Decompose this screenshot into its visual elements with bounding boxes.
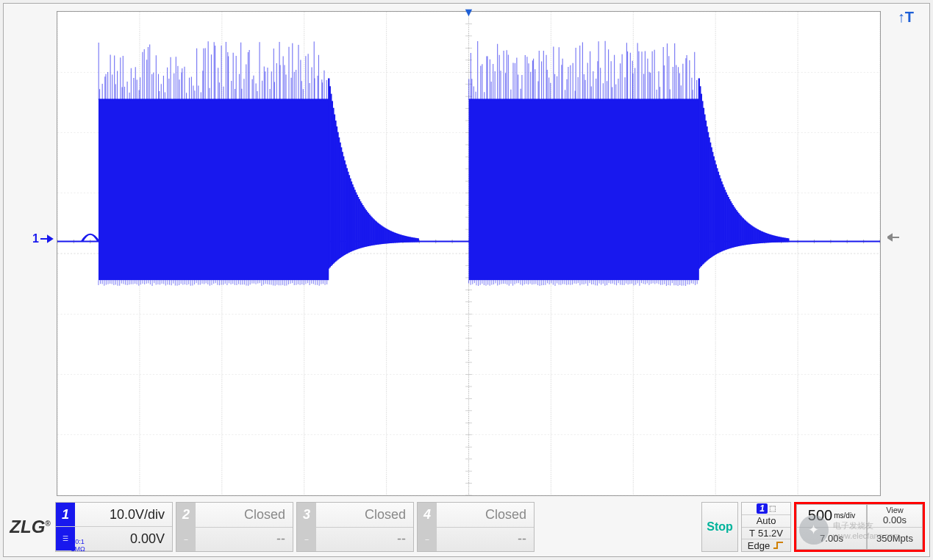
channel-1-panel[interactable]: 1 10.0V/div ☰ 0.00V 10:11MΩ <box>55 502 173 552</box>
channel-marker-label: 1 <box>32 232 39 245</box>
sample-depth[interactable]: 350Mpts <box>868 528 922 550</box>
timebase-panel[interactable]: 500 ms/div 7.00s <box>796 504 867 550</box>
trigger-source-badge: 1 <box>757 503 768 514</box>
trigger-position-marker[interactable]: ▼ <box>463 6 475 19</box>
svg-rect-113 <box>99 98 329 280</box>
logo-text: ZLG <box>10 517 45 536</box>
trigger-type[interactable]: Edge <box>742 539 790 551</box>
channel-2-state: Closed <box>196 507 293 523</box>
channel-1-ground-marker[interactable]: 1 <box>32 232 54 245</box>
trigger-offscreen-indicator: ↑T <box>898 9 914 26</box>
run-stop-button[interactable]: Stop <box>701 502 738 552</box>
channel-1-probe-impedance: 10:11MΩ <box>56 538 100 553</box>
trigger-level-marker[interactable] <box>887 232 899 245</box>
channel-3-panel[interactable]: 3 Closed – -- <box>296 502 414 552</box>
trigger-info-panel[interactable]: 1 ⬚ Auto T 51.2V Edge <box>741 502 791 552</box>
trigger-mode-row[interactable]: 1 ⬚ <box>742 503 790 515</box>
channel-2-panel[interactable]: 2 Closed – -- <box>176 502 293 552</box>
record-length[interactable]: 7.00s <box>797 528 866 550</box>
channel-4-badge: 4 <box>418 503 437 527</box>
waveform-trace <box>57 12 880 495</box>
channel-3-state: Closed <box>316 507 413 523</box>
channel-1-badge: 1 <box>56 503 75 526</box>
brand-logo: ZLG® <box>8 502 52 552</box>
oscilloscope-window: ▼ ↑T 1 ZLG® 1 10.0V/div ☰ 0.00V <box>3 3 930 557</box>
svg-rect-434 <box>469 98 699 280</box>
trigger-mode[interactable]: Auto <box>742 515 790 528</box>
logo-registered-icon: ® <box>45 520 50 528</box>
waveform-display[interactable]: ▼ ↑T 1 <box>57 11 881 496</box>
ground-arrow-icon <box>40 234 54 244</box>
status-bar: ZLG® 1 10.0V/div ☰ 0.00V 10:11MΩ 2 Close… <box>8 502 925 552</box>
channel-3-sub-icon: – <box>297 528 316 552</box>
channel-2-badge: 2 <box>176 503 196 527</box>
channel-2-sub-icon: – <box>176 528 196 552</box>
channel-4-detail: -- <box>437 531 534 547</box>
rising-edge-icon <box>773 541 784 550</box>
channel-4-sub-icon: – <box>418 528 437 552</box>
acquisition-cluster: Stop 1 ⬚ Auto T 51.2V Edge <box>701 502 925 552</box>
channel-4-panel[interactable]: 4 Closed – -- <box>417 502 535 552</box>
timebase-value[interactable]: 500 ms/div <box>797 505 866 528</box>
channel-3-badge: 3 <box>297 503 316 527</box>
trigger-level-arrow-icon <box>887 232 899 243</box>
view-panel[interactable]: View 0.00s 350Mpts <box>867 504 923 550</box>
channel-1-scale[interactable]: 10.0V/div <box>75 507 172 523</box>
trigger-level[interactable]: T 51.2V <box>742 528 790 540</box>
timebase-highlight: 500 ms/div 7.00s View 0.00s 350Mpts <box>794 502 925 552</box>
channel-3-detail: -- <box>316 531 413 547</box>
channel-4-state: Closed <box>437 507 534 523</box>
view-label: View <box>886 506 904 514</box>
view-value: 0.00s <box>883 514 907 525</box>
channel-2-detail: -- <box>196 531 293 547</box>
